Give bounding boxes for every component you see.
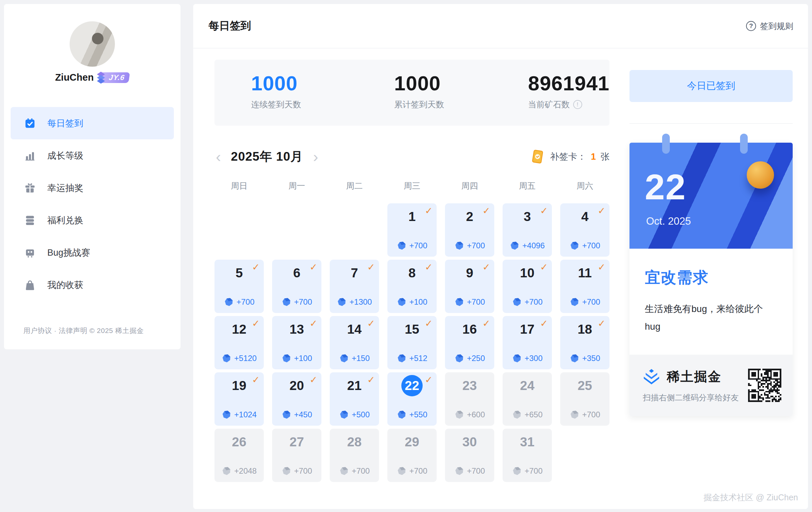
calendar-day-26[interactable]: 26+2048 xyxy=(214,429,264,482)
avatar xyxy=(69,21,115,67)
day-reward: +100 xyxy=(272,353,321,363)
day-reward: +350 xyxy=(560,353,609,363)
day-reward: +700 xyxy=(387,241,437,251)
ore-icon xyxy=(282,353,291,363)
ore-icon xyxy=(224,297,234,307)
calendar-day-16[interactable]: ✓16+250 xyxy=(445,316,494,369)
sidebar-item-growth-level[interactable]: 成长等级 xyxy=(11,139,174,172)
ore-icon xyxy=(222,410,231,420)
check-icon: ✓ xyxy=(367,374,375,385)
calendar-day-6[interactable]: ✓6+700 xyxy=(272,260,321,313)
day-reward-value: +1300 xyxy=(349,297,372,307)
calendar-day-24[interactable]: 24+650 xyxy=(502,372,552,426)
question-icon: ? xyxy=(746,21,756,31)
calendar-day-29[interactable]: 29+700 xyxy=(387,429,437,482)
ore-icon xyxy=(512,353,522,363)
sidebar-item-daily-checkin[interactable]: 每日签到 xyxy=(11,107,174,139)
calendar-day-14[interactable]: ✓14+150 xyxy=(330,316,379,369)
day-reward: +700 xyxy=(560,410,609,420)
day-number: 22 xyxy=(401,375,423,396)
sidebar-item-lucky-draw[interactable]: 幸运抽奖 xyxy=(11,172,174,204)
ore-icon xyxy=(282,466,291,476)
calendar-day-27[interactable]: 27+700 xyxy=(272,429,321,482)
calendar-day-9[interactable]: ✓9+700 xyxy=(445,260,494,313)
calendar-day-30[interactable]: 30+700 xyxy=(445,429,494,482)
calendar-day-3[interactable]: ✓3+4096 xyxy=(502,203,552,257)
day-number: 26 xyxy=(214,435,264,449)
info-icon[interactable]: ! xyxy=(573,100,582,109)
month-nav: ‹ 2025年 10月 › 补签卡：1 张 xyxy=(214,146,609,167)
check-icon: ✓ xyxy=(540,262,548,273)
calendar-day-18[interactable]: ✓18+350 xyxy=(560,316,609,369)
check-icon: ✓ xyxy=(425,262,433,273)
sidebar-item-bug-challenge[interactable]: Bug挑战赛 xyxy=(11,236,174,269)
sidebar-footer-links[interactable]: 用户协议 · 法律声明 © 2025 稀土掘金 xyxy=(23,326,144,335)
weekday-label: 周五 xyxy=(502,180,552,191)
calendar-day-13[interactable]: ✓13+100 xyxy=(272,316,321,369)
calendar-day-21[interactable]: ✓21+500 xyxy=(330,372,379,426)
calendar-grid: ✓1+700✓2+700✓3+4096✓4+700✓5+700✓6+700✓7+… xyxy=(214,203,609,482)
calendar-day-25[interactable]: 25+700 xyxy=(560,372,609,426)
ore-icon xyxy=(510,241,520,251)
ore-icon xyxy=(397,297,407,307)
month-label: 2025年 10月 xyxy=(231,148,303,165)
calendar-day-15[interactable]: ✓15+512 xyxy=(387,316,437,369)
calendar-day-17[interactable]: ✓17+300 xyxy=(502,316,552,369)
calendar-day-31[interactable]: 31+700 xyxy=(502,429,552,482)
calendar-day-2[interactable]: ✓2+700 xyxy=(445,203,494,257)
checkin-rules-link[interactable]: ? 签到规则 xyxy=(746,21,793,32)
day-reward-value: +700 xyxy=(582,410,600,419)
calendar-day-7[interactable]: ✓7+1300 xyxy=(330,260,379,313)
calendar-day-20[interactable]: ✓20+450 xyxy=(272,372,321,426)
calendar-day-28[interactable]: 28+700 xyxy=(330,429,379,482)
day-reward-value: +300 xyxy=(525,354,543,363)
calendar-day-11[interactable]: ✓11+700 xyxy=(560,260,609,313)
ore-icon xyxy=(339,353,349,363)
check-icon: ✓ xyxy=(425,318,433,329)
day-reward-value: +450 xyxy=(294,410,312,419)
prev-month-button[interactable]: ‹ xyxy=(214,149,222,164)
day-number: 23 xyxy=(445,378,494,393)
signed-in-button[interactable]: 今日已签到 xyxy=(630,70,793,102)
ore-icon xyxy=(282,410,291,420)
sidebar-item-my-harvest[interactable]: 我的收获 xyxy=(11,269,174,301)
ore-icon xyxy=(454,353,464,363)
calendar-day-5[interactable]: ✓5+700 xyxy=(214,260,264,313)
day-reward: +2048 xyxy=(214,466,264,476)
day-reward-value: +100 xyxy=(409,297,427,307)
check-icon: ✓ xyxy=(540,318,548,329)
ore-icon xyxy=(570,353,580,363)
calendar-day-22[interactable]: ✓22+550 xyxy=(387,372,437,426)
day-reward: +150 xyxy=(330,353,379,363)
ore-icon xyxy=(454,241,464,251)
next-month-button[interactable]: › xyxy=(312,149,319,164)
day-reward-value: +700 xyxy=(467,241,485,250)
weekday-header: 周日周一周二周三周四周五周六 xyxy=(214,180,609,191)
stat-label: 当前矿石数 ! xyxy=(528,99,609,110)
check-icon: ✓ xyxy=(425,374,433,385)
day-number: 29 xyxy=(387,435,437,449)
ore-icon xyxy=(397,466,407,476)
calendar-day-1[interactable]: ✓1+700 xyxy=(387,203,437,257)
calendar-day-19[interactable]: ✓19+1024 xyxy=(214,372,264,426)
ore-icon xyxy=(512,466,522,476)
check-icon: ✓ xyxy=(598,205,606,216)
stat-value: 1000 xyxy=(251,72,394,95)
calendar-day-4[interactable]: ✓4+700 xyxy=(560,203,609,257)
sidebar-item-label: Bug挑战赛 xyxy=(47,247,90,259)
calendar-day-23[interactable]: 23+600 xyxy=(445,372,494,426)
day-reward: +1024 xyxy=(214,410,264,420)
day-reward: +5120 xyxy=(214,353,264,363)
day-reward: +700 xyxy=(560,241,609,251)
check-icon: ✓ xyxy=(598,318,606,329)
day-reward-value: +4096 xyxy=(522,241,545,250)
check-icon: ✓ xyxy=(540,205,548,216)
makeup-card-count: 1 xyxy=(591,152,596,162)
day-number: 25 xyxy=(560,378,609,393)
calendar-day-8[interactable]: ✓8+100 xyxy=(387,260,437,313)
calendar-day-12[interactable]: ✓12+5120 xyxy=(214,316,264,369)
makeup-card-entry[interactable]: 补签卡：1 张 xyxy=(530,149,609,164)
calendar-day-10[interactable]: ✓10+700 xyxy=(502,260,552,313)
sidebar-item-welfare-exchange[interactable]: 福利兑换 xyxy=(11,204,174,236)
day-number: 24 xyxy=(502,378,552,393)
